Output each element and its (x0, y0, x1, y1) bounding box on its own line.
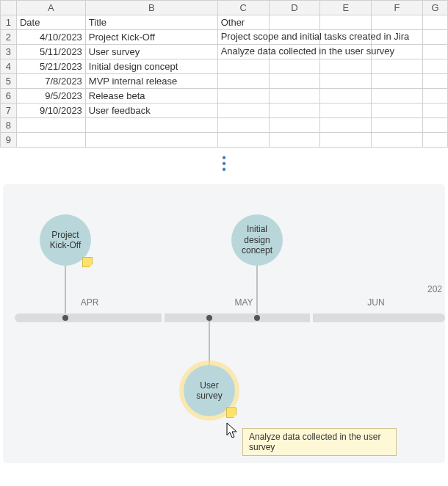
timeline-chart[interactable]: 202 APR MAY JUN Project Kick-Off Initial… (3, 184, 445, 463)
table-row: 3 5/11/2023 User survey Analyze data col… (1, 45, 448, 59)
cell-A2[interactable]: 4/10/2023 (16, 30, 85, 45)
cell-C7[interactable] (217, 104, 269, 118)
cell-C3[interactable]: Analyze data collected in the user surve… (217, 45, 269, 59)
cell-D9[interactable] (269, 133, 320, 148)
cell-A7[interactable]: 9/10/2023 (16, 104, 85, 118)
timeline-axis (15, 313, 445, 322)
col-header-C[interactable]: C (217, 1, 269, 15)
cell-C6[interactable] (217, 89, 269, 104)
cell-F1[interactable] (372, 15, 423, 30)
cell-C1[interactable]: Other (217, 15, 269, 30)
cell-B7[interactable]: User feedback (85, 104, 217, 118)
row-header-9[interactable]: 9 (1, 133, 17, 148)
cell-D3[interactable] (269, 45, 320, 59)
col-header-E[interactable]: E (320, 1, 372, 15)
cell-D8[interactable] (269, 118, 320, 133)
cell-E4[interactable] (320, 59, 372, 74)
cell-F5[interactable] (372, 74, 423, 89)
row-header-2[interactable]: 2 (1, 30, 17, 45)
event-bubble-user-survey[interactable]: User survey (184, 365, 235, 416)
select-all-corner[interactable] (1, 1, 17, 15)
cell-C8[interactable] (217, 118, 269, 133)
cell-G8[interactable] (422, 118, 447, 133)
cell-E9[interactable] (320, 133, 372, 148)
month-label-may: MAY (234, 297, 253, 308)
row-header-5[interactable]: 5 (1, 74, 17, 89)
cell-F9[interactable] (372, 133, 423, 148)
table-row: 8 (1, 118, 448, 133)
cell-C4[interactable] (217, 59, 269, 74)
cell-B5[interactable]: MVP internal release (85, 74, 217, 89)
cell-F3[interactable] (372, 45, 423, 59)
cell-B3[interactable]: User survey (85, 45, 217, 59)
cell-D1[interactable] (269, 15, 320, 30)
row-header-8[interactable]: 8 (1, 118, 17, 133)
row-header-1[interactable]: 1 (1, 15, 17, 30)
cell-D7[interactable] (269, 104, 320, 118)
col-header-B[interactable]: B (85, 1, 217, 15)
tooltip-text: Analyze data collected in the user surve… (249, 432, 380, 452)
event-bubble-project-kickoff[interactable]: Project Kick-Off (40, 214, 91, 266)
column-header-row: A B C D E F G (1, 1, 448, 15)
cell-B9[interactable] (85, 133, 217, 148)
cell-A8[interactable] (16, 118, 85, 133)
cell-D2[interactable] (269, 30, 320, 45)
event-bubble-initial-design[interactable]: Initial design concept (231, 214, 283, 266)
cell-B1[interactable]: Title (85, 15, 217, 30)
spreadsheet[interactable]: A B C D E F G 1 Date Title Other 2 4/10/… (0, 0, 448, 148)
cell-E2[interactable] (320, 30, 372, 45)
cell-C9[interactable] (217, 133, 269, 148)
table-row: 9 (1, 133, 448, 148)
timeline-year-label: 202 (427, 284, 442, 294)
cell-A6[interactable]: 9/5/2023 (16, 89, 85, 104)
row-header-6[interactable]: 6 (1, 89, 17, 104)
cell-D4[interactable] (269, 59, 320, 74)
event-dot (206, 315, 212, 321)
cell-B6[interactable]: Release beta (85, 89, 217, 104)
cell-B8[interactable] (85, 118, 217, 133)
cell-B2[interactable]: Project Kick-Off (85, 30, 217, 45)
event-label: User survey (187, 380, 232, 402)
cell-D6[interactable] (269, 89, 320, 104)
cell-E7[interactable] (320, 104, 372, 118)
cell-A4[interactable]: 5/21/2023 (16, 59, 85, 74)
col-header-D[interactable]: D (269, 1, 320, 15)
col-header-A[interactable]: A (16, 1, 85, 15)
row-header-3[interactable]: 3 (1, 45, 17, 59)
cell-F2[interactable] (372, 30, 423, 45)
cell-G7[interactable] (422, 104, 447, 118)
cell-C5[interactable] (217, 74, 269, 89)
table-row: 5 7/8/2023 MVP internal release (1, 74, 448, 89)
table-row: 6 9/5/2023 Release beta (1, 89, 448, 104)
cell-E8[interactable] (320, 118, 372, 133)
cell-F8[interactable] (372, 118, 423, 133)
cell-G4[interactable] (422, 59, 447, 74)
note-icon[interactable] (226, 407, 236, 418)
cell-E3[interactable] (320, 45, 372, 59)
cell-E1[interactable] (320, 15, 372, 30)
row-header-4[interactable]: 4 (1, 59, 17, 74)
cell-E5[interactable] (320, 74, 372, 89)
cell-G6[interactable] (422, 89, 447, 104)
cell-A1[interactable]: Date (16, 15, 85, 30)
col-header-G[interactable]: G (422, 1, 447, 15)
cell-A9[interactable] (16, 133, 85, 148)
cell-G2[interactable] (422, 30, 447, 45)
cell-G5[interactable] (422, 74, 447, 89)
row-header-7[interactable]: 7 (1, 104, 17, 118)
cell-F7[interactable] (372, 104, 423, 118)
cell-D5[interactable] (269, 74, 320, 89)
cell-G3[interactable] (422, 45, 447, 59)
cell-G9[interactable] (422, 133, 447, 148)
cell-A5[interactable]: 7/8/2023 (16, 74, 85, 89)
col-header-F[interactable]: F (372, 1, 423, 15)
cell-F4[interactable] (372, 59, 423, 74)
cell-A3[interactable]: 5/11/2023 (16, 45, 85, 59)
cell-C2[interactable]: Project scope and initial tasks created … (217, 30, 269, 45)
note-icon[interactable] (82, 257, 93, 267)
cursor-icon (226, 422, 239, 440)
cell-E6[interactable] (320, 89, 372, 104)
cell-G1[interactable] (422, 15, 447, 30)
cell-B4[interactable]: Initial design concept (85, 59, 217, 74)
cell-F6[interactable] (372, 89, 423, 104)
